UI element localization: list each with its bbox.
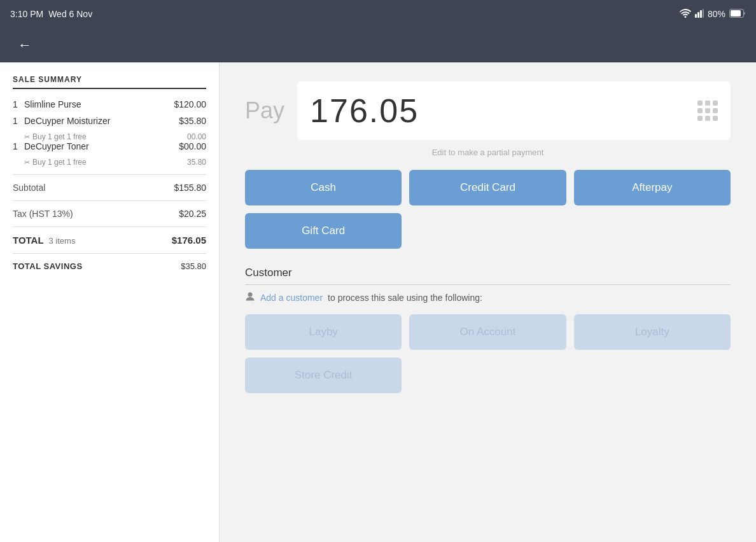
item-price-3: $00.00 [162, 141, 206, 151]
on-account-button[interactable]: On Account [409, 314, 566, 350]
edit-hint: Edit to make a partial payment [245, 148, 731, 157]
svg-rect-2 [700, 10, 702, 18]
subtotal-row: Subtotal $155.80 [13, 183, 206, 193]
pay-amount-box[interactable]: 176.05 [297, 81, 731, 140]
divider-1 [13, 174, 206, 175]
savings-row: TOTAL SAVINGS $35.80 [13, 261, 206, 271]
svg-rect-5 [731, 10, 741, 17]
total-label: TOTAL 3 items [13, 235, 75, 246]
cash-button[interactable]: Cash [245, 170, 402, 205]
svg-rect-0 [695, 14, 697, 18]
wifi-icon [680, 9, 691, 20]
list-item: 1 Slimline Purse $120.00 [13, 99, 206, 109]
left-panel: SALE SUMMARY 1 Slimline Purse $120.00 1 … [0, 62, 220, 542]
pay-amount-number: 176.05 [310, 92, 419, 130]
savings-value: $35.80 [181, 261, 206, 271]
gift-card-button[interactable]: Gift Card [245, 213, 402, 249]
subtotal-label: Subtotal [13, 183, 45, 193]
customer-info-text: to process this sale using the following… [328, 293, 482, 303]
line-item-3: 1 DeCuyper Toner $00.00 [13, 141, 206, 151]
list-item: 1 DeCuyper Toner $00.00 ✂ Buy 1 get 1 fr… [13, 141, 206, 167]
item-price-2: $35.80 [162, 116, 206, 126]
store-credit-button[interactable]: Store Credit [245, 358, 402, 393]
tax-row: Tax (HST 13%) $20.25 [13, 209, 206, 219]
promo-price-3: 35.80 [162, 158, 206, 167]
promo-icon-3: ✂ [24, 158, 30, 167]
pay-label: Pay [245, 97, 284, 124]
right-panel: Pay 176.05 Edit to make a partial paymen… [220, 62, 756, 542]
promo-price-2: 00.00 [162, 132, 206, 141]
status-date: Wed 6 Nov [48, 9, 92, 19]
keypad-icon[interactable] [697, 101, 718, 121]
afterpay-button[interactable]: Afterpay [574, 170, 731, 205]
battery-icon [729, 9, 746, 20]
item-name-2: DeCuyper Moisturizer [24, 116, 162, 126]
list-item: 1 DeCuyper Moisturizer $35.80 ✂ Buy 1 ge… [13, 116, 206, 141]
line-item-2: 1 DeCuyper Moisturizer $35.80 [13, 116, 206, 126]
status-right: 80% [680, 9, 746, 20]
customer-section-title: Customer [245, 267, 731, 285]
svg-rect-3 [703, 9, 704, 18]
status-left: 3:10 PM Wed 6 Nov [10, 9, 92, 19]
status-bar: 3:10 PM Wed 6 Nov 80% [0, 0, 756, 28]
payment-buttons-row-1: Cash Credit Card Afterpay [245, 170, 731, 205]
item-name-1: Slimline Purse [24, 99, 162, 109]
total-items: 3 items [49, 236, 76, 246]
add-customer-link[interactable]: Add a customer [260, 293, 323, 303]
customer-person-icon [245, 291, 255, 304]
item-qty-2: 1 [13, 116, 24, 126]
credit-card-button[interactable]: Credit Card [409, 170, 566, 205]
pay-amount-row: Pay 176.05 [245, 81, 731, 140]
signal-icon [695, 9, 704, 20]
item-qty-1: 1 [13, 99, 24, 109]
item-promo-2: ✂ Buy 1 get 1 free 00.00 [24, 132, 206, 141]
promo-text-2: Buy 1 get 1 free [32, 132, 159, 141]
sale-summary-title: SALE SUMMARY [13, 75, 206, 89]
divider-3 [13, 226, 206, 227]
total-row: TOTAL 3 items $176.05 [13, 235, 206, 246]
tax-label: Tax (HST 13%) [13, 209, 73, 219]
back-button[interactable]: ← [13, 34, 37, 56]
tax-value: $20.25 [179, 209, 206, 219]
customer-buttons-row-1: Layby On Account Loyalty [245, 314, 731, 350]
header: ← [0, 28, 756, 62]
item-promo-3: ✂ Buy 1 get 1 free 35.80 [24, 158, 206, 167]
customer-info-row: Add a customer to process this sale usin… [245, 291, 731, 304]
subtotal-value: $155.80 [174, 183, 206, 193]
customer-section: Customer Add a customer to process this … [245, 267, 731, 393]
total-value: $176.05 [172, 235, 206, 246]
customer-buttons-row-2: Store Credit [245, 358, 731, 393]
svg-rect-1 [697, 12, 699, 18]
savings-label: TOTAL SAVINGS [13, 261, 83, 271]
promo-text-3: Buy 1 get 1 free [32, 158, 159, 167]
svg-point-6 [248, 293, 253, 297]
battery-level: 80% [708, 9, 725, 19]
payment-buttons-row-2: Gift Card [245, 213, 731, 249]
divider-2 [13, 200, 206, 201]
layby-button[interactable]: Layby [245, 314, 402, 350]
main-layout: SALE SUMMARY 1 Slimline Purse $120.00 1 … [0, 62, 756, 542]
divider-4 [13, 253, 206, 254]
item-qty-3: 1 [13, 141, 24, 151]
status-time: 3:10 PM [10, 9, 43, 19]
line-item-1: 1 Slimline Purse $120.00 [13, 99, 206, 109]
item-name-3: DeCuyper Toner [24, 141, 162, 151]
promo-icon-2: ✂ [24, 133, 30, 141]
item-price-1: $120.00 [162, 99, 206, 109]
loyalty-button[interactable]: Loyalty [574, 314, 731, 350]
